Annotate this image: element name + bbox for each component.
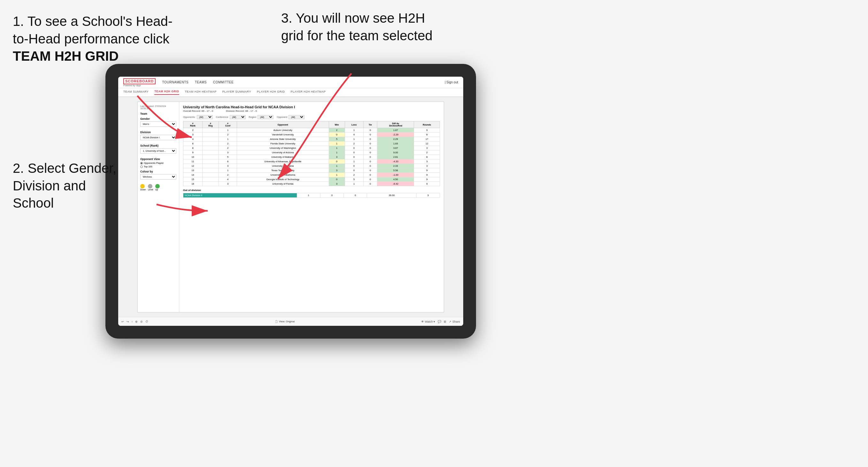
- share-btn[interactable]: ↗ Share: [449, 320, 460, 323]
- subnav-player-h2h-heatmap[interactable]: PLAYER H2H HEATMAP: [291, 90, 326, 95]
- subnav-player-h2h-grid[interactable]: PLAYER H2H GRID: [257, 90, 285, 95]
- radio-top100-circle: [140, 165, 143, 168]
- gender-select[interactable]: Men's: [140, 121, 176, 127]
- col-rank: #Rank: [183, 121, 203, 128]
- radio-opponents-played[interactable]: Opponents Played: [140, 162, 176, 164]
- table-row: 0: [345, 151, 363, 155]
- table-row: Vanderbilt University: [237, 132, 329, 137]
- table-row: 1: [219, 168, 237, 173]
- table-row: 16: [183, 182, 203, 186]
- division-label: Division: [140, 131, 176, 134]
- table-row: [202, 137, 219, 142]
- opponent-view-radio-group: Opponents Played Top 100: [140, 162, 176, 168]
- table-row: 2: [219, 173, 237, 177]
- table-row: 0: [329, 159, 345, 164]
- table-row: 2: [345, 173, 363, 177]
- opponent-select[interactable]: (All): [288, 115, 305, 119]
- table-row: 3: [329, 182, 345, 186]
- table-row: 14: [183, 173, 203, 177]
- conference-label: Conference: [216, 116, 228, 119]
- table-row: 4: [183, 137, 203, 142]
- colour-by-select[interactable]: Win/loss: [140, 174, 176, 180]
- back-btn[interactable]: ‹: [132, 320, 132, 323]
- table-row: 4: [219, 177, 237, 182]
- table-row: 9: [183, 151, 203, 155]
- table-row: [202, 142, 219, 146]
- color-up: [155, 184, 160, 188]
- out-of-division-table: NCAA Division II 1 0 0 26.00 3: [183, 193, 440, 198]
- table-row: 0: [345, 146, 363, 151]
- table-row: University of Arizona: [237, 151, 329, 155]
- table-row: 2: [414, 151, 440, 155]
- undo-btn[interactable]: ↩: [121, 320, 124, 323]
- table-row: 1: [345, 182, 363, 186]
- table-row: 3: [329, 168, 345, 173]
- table-row: 1: [345, 128, 363, 132]
- col-tie: Tie: [363, 121, 377, 128]
- comment-btn[interactable]: 💬: [438, 320, 441, 323]
- col-win: Win: [329, 121, 345, 128]
- table-row: 0: [363, 137, 377, 142]
- table-row: 6: [219, 159, 237, 164]
- table-row: 3: [416, 193, 440, 198]
- table-row: 1: [297, 193, 320, 198]
- nav-teams[interactable]: TEAMS: [195, 81, 207, 84]
- radio-top100[interactable]: Top 100: [140, 165, 176, 168]
- table-row: 0: [329, 132, 345, 137]
- table-row: 9: [414, 177, 440, 182]
- opponents-select[interactable]: (All): [197, 115, 213, 119]
- table-row: [202, 182, 219, 186]
- report-title: University of North Carolina Head-to-Hea…: [183, 105, 440, 109]
- table-row: University of Oklahoma: [237, 173, 329, 177]
- table-row: 1: [329, 146, 345, 151]
- table-row: -1.00: [377, 173, 414, 177]
- table-row: 4.50: [377, 177, 414, 182]
- table-row: 0: [329, 177, 345, 182]
- table-row: 12: [414, 142, 440, 146]
- table-row: -6.42: [377, 182, 414, 186]
- table-row: [202, 173, 219, 177]
- table-row: 5.56: [377, 168, 414, 173]
- subnav-team-h2h-heatmap[interactable]: TEAM H2H HEATMAP: [185, 90, 217, 95]
- division-record-label: Division Record: 88 - 17 - 0: [226, 110, 257, 113]
- redo-btn[interactable]: ↪: [126, 320, 129, 323]
- table-row: 3: [219, 182, 237, 186]
- subnav-team-summary[interactable]: TEAM SUMMARY: [123, 90, 149, 95]
- subnav-team-h2h-grid[interactable]: TEAM H2H GRID: [154, 90, 179, 95]
- school-label: School (Rank): [140, 144, 176, 147]
- region-label: Region: [249, 116, 256, 119]
- table-row: [202, 164, 219, 168]
- table-row: 3: [183, 132, 203, 137]
- subnav-player-summary[interactable]: PLAYER SUMMARY: [222, 90, 251, 95]
- nav-committee[interactable]: COMMITTEE: [213, 81, 234, 84]
- forward-btn[interactable]: ⊕: [135, 320, 138, 323]
- region-select[interactable]: (All): [257, 115, 274, 119]
- table-row: 3.67: [377, 146, 414, 151]
- clock-btn[interactable]: ⏱: [145, 320, 148, 323]
- sidebar: Last Updated: 27/03/202416:55:38 Team Ge…: [138, 102, 179, 312]
- table-row: 10: [183, 155, 203, 159]
- table-row: 1: [329, 173, 345, 177]
- table-row: 3: [219, 151, 237, 155]
- watch-btn[interactable]: 👁 Watch ▾: [421, 320, 435, 323]
- nav-tournaments[interactable]: TOURNAMENTS: [162, 81, 188, 84]
- filter-conference: Conference (All): [216, 115, 246, 119]
- conference-select[interactable]: (All): [230, 115, 246, 119]
- table-row: 0: [363, 182, 377, 186]
- table-row: 0: [320, 193, 344, 198]
- view-original[interactable]: 📋 View: Original: [275, 320, 294, 323]
- table-row: 0: [345, 155, 363, 159]
- layout-btn[interactable]: ⊞: [444, 320, 446, 323]
- sign-out-link[interactable]: | Sign out: [445, 81, 458, 84]
- table-row: University of Florida: [237, 182, 329, 186]
- division-select[interactable]: NCAA Division I: [140, 135, 176, 140]
- table-row: 9: [414, 182, 440, 186]
- table-row: 2.61: [377, 155, 414, 159]
- h2h-table: #Rank #Reg #Conf Opponent Win Loss Tie D…: [183, 121, 440, 186]
- school-select[interactable]: 1. University of Nort...: [140, 148, 176, 154]
- table-row: 9: [414, 168, 440, 173]
- col-opponent: Opponent: [237, 121, 329, 128]
- table-row: 13: [183, 168, 203, 173]
- reset-btn[interactable]: ⊘: [140, 320, 143, 323]
- table-row: 17: [414, 137, 440, 142]
